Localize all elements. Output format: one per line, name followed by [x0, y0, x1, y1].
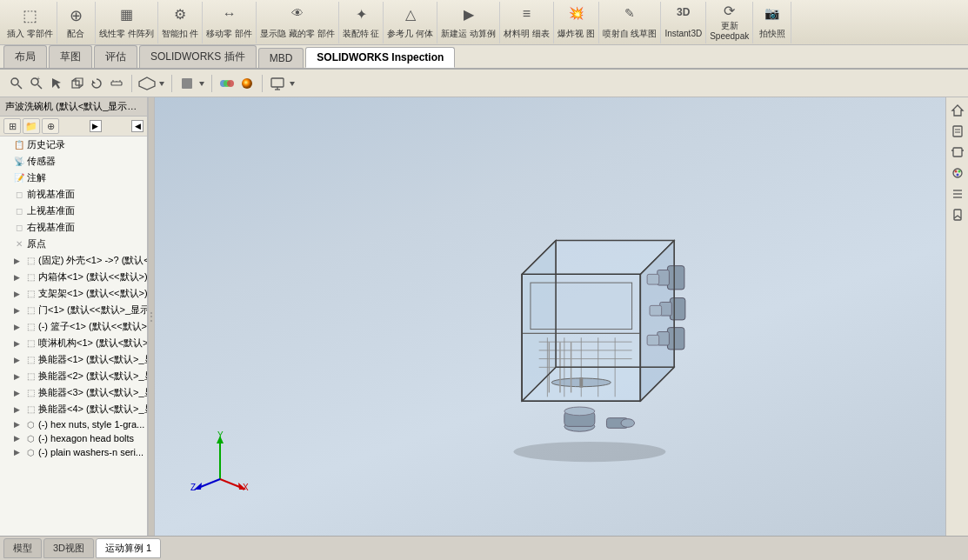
display-style-icon[interactable]	[177, 74, 197, 93]
settings-button[interactable]	[948, 143, 967, 162]
tree-item-basket[interactable]: ▶ ⬚ (-) 篮子<1> (默认<<默认>	[0, 318, 147, 335]
converter3-arrow: ▶	[14, 389, 23, 397]
cursor-icon[interactable]	[47, 74, 66, 93]
bottom-tab-model[interactable]: 模型	[3, 538, 42, 558]
zoom-search-icon[interactable]: +	[27, 74, 46, 93]
tree-item-front-plane[interactable]: ◻ 前视基准面	[0, 186, 147, 203]
spray-arrow: ▶	[14, 339, 23, 348]
tab-layout[interactable]: 布局	[3, 45, 47, 68]
bottom-tab-motion[interactable]: 运动算例 1	[96, 538, 161, 558]
list-button[interactable]	[948, 184, 967, 203]
scene-color-icon[interactable]	[217, 74, 237, 93]
smart-label: 智能扣 件	[162, 29, 199, 39]
target-button[interactable]: ⊕	[42, 118, 59, 134]
tree-item-spray[interactable]: ▶ ⬚ 喷淋机构<1> (默认<默认>	[0, 335, 147, 351]
separator-3	[211, 75, 212, 92]
converter2-icon: ⬚	[25, 371, 36, 382]
tree-item-hex-bolts[interactable]: ▶ ⬡ (-) hexagon head bolts	[0, 431, 147, 445]
tab-sw-inspection[interactable]: SOLIDWORKS Inspection	[305, 47, 455, 68]
display-style-group	[177, 74, 206, 93]
rotate-icon[interactable]	[87, 74, 106, 93]
tree-item-shell[interactable]: ▶ ⬚ (固定) 外壳<1> ->? (默认<默认>)	[0, 252, 147, 269]
door-icon: ⬚	[25, 305, 36, 316]
toolbar-smart[interactable]: ⚙ 智能扣 件	[158, 2, 204, 43]
toolbar-bom[interactable]: ≡ 材料明 细表	[500, 2, 554, 43]
tree-item-converter3[interactable]: ▶ ⬚ 换能器<3> (默认<默认>_显示状...	[0, 384, 147, 401]
3d-model	[451, 164, 729, 469]
toolbar-show-hidden[interactable]: 👁 显示隐 藏的零 部件	[257, 2, 339, 43]
filter-button[interactable]: 📁	[23, 118, 40, 134]
toolbar-motion[interactable]: ▶ 新建运 动算例	[437, 2, 500, 43]
tree-item-door[interactable]: ▶ ⬚ 门<1> (默认<<默认>_显示)	[0, 302, 147, 318]
display-style-dropdown[interactable]	[197, 74, 206, 93]
toolbar-instant3d[interactable]: 3D Instant3D	[661, 2, 706, 43]
tree-item-hex-nuts[interactable]: ▶ ⬡ (-) hex nuts, style 1-gra...	[0, 417, 147, 431]
converter4-arrow: ▶	[14, 405, 23, 414]
monitor-group	[268, 74, 297, 93]
linear-label: 线性零 件阵列	[99, 29, 154, 39]
toolbar-balloon[interactable]: ✎ 喷射自 线草图	[599, 2, 662, 43]
tree-item-converter2[interactable]: ▶ ⬚ 换能器<2> (默认<默认>_显示状...	[0, 368, 147, 384]
tree-item-converter1[interactable]: ▶ ⬚ 换能器<1> (默认<默认>_显示状...	[0, 351, 147, 368]
tree-item-inner-box[interactable]: ▶ ⬚ 内箱体<1> (默认<<默认>)	[0, 269, 147, 285]
viewport[interactable]: Y X Z	[155, 97, 945, 536]
snapshot-icon: 📷	[762, 6, 783, 27]
spray-icon: ⬚	[25, 338, 36, 349]
color-group	[217, 74, 257, 93]
tab-draft[interactable]: 草图	[49, 45, 92, 68]
svg-point-21	[242, 78, 252, 89]
monitor-dropdown[interactable]	[288, 74, 297, 93]
tree-item-converter4[interactable]: ▶ ⬚ 换能器<4> (默认<默认>_显示状...	[0, 401, 147, 417]
tree-item-bracket[interactable]: ▶ ⬚ 支架架<1> (默认<<默认>)	[0, 285, 147, 302]
svg-point-0	[11, 78, 18, 85]
converter2-arrow: ▶	[14, 372, 23, 381]
search-icon[interactable]	[7, 74, 26, 93]
balloon-label: 喷射自 线草图	[603, 29, 658, 39]
palette-button[interactable]	[948, 163, 967, 183]
view-orient-icon[interactable]	[137, 74, 157, 93]
file-button[interactable]	[948, 122, 967, 141]
toolbar-reference[interactable]: △ 参考几 何体	[384, 2, 437, 43]
right-plane-icon: ◻	[14, 223, 24, 233]
tree-item-washers[interactable]: ▶ ⬡ (-) plain washers-n seri...	[0, 445, 147, 459]
move-label: 移动零 部件	[206, 29, 252, 39]
tab-sw-plugins[interactable]: SOLIDWORKS 插件	[139, 45, 257, 68]
svg-rect-16	[182, 78, 192, 89]
separator-4	[262, 75, 263, 92]
toolbar-linear[interactable]: ▦ 线性零 件阵列	[96, 2, 158, 43]
toolbar-move[interactable]: ↔ 移动零 部件	[203, 2, 257, 43]
svg-point-91	[958, 170, 960, 173]
toolbar-assembly[interactable]: ✦ 装配特 征	[339, 2, 384, 43]
view-orient-dropdown[interactable]	[157, 74, 166, 93]
grid-view-button[interactable]: ⊞	[3, 118, 21, 134]
collapse-button[interactable]: ◀	[131, 120, 144, 132]
shell-arrow: ▶	[14, 257, 23, 265]
home-button[interactable]	[948, 101, 967, 120]
right-sidebar	[945, 97, 968, 536]
bookmark-button[interactable]	[948, 205, 967, 224]
svg-rect-49	[667, 266, 684, 290]
expand-button[interactable]: ▶	[90, 120, 102, 132]
tree-item-sensor[interactable]: 📡 传感器	[0, 153, 147, 170]
toolbar-insert[interactable]: ⬚ 插入 零部件	[3, 2, 57, 43]
toolbar-snapshot[interactable]: 📷 拍快照	[753, 2, 791, 43]
cube-view-icon[interactable]	[67, 74, 86, 93]
appearance-icon[interactable]	[237, 74, 257, 93]
svg-marker-82	[952, 105, 963, 116]
tab-mbd[interactable]: MBD	[258, 48, 304, 68]
toolbar-speedpak[interactable]: ⟳ 更新Speedpak	[706, 2, 753, 43]
panel-collapse-handle[interactable]	[148, 97, 155, 536]
toolbar-explode[interactable]: 💥 爆炸视 图	[554, 2, 599, 43]
tree-item-origin[interactable]: ✕ 原点	[0, 236, 147, 252]
tab-evaluate[interactable]: 评估	[94, 45, 137, 68]
svg-point-92	[956, 174, 958, 177]
bottom-tab-3d-view[interactable]: 3D视图	[43, 538, 94, 558]
tree-item-right-plane[interactable]: ◻ 右视基准面	[0, 219, 147, 236]
tree-item-history[interactable]: 📋 历史记录	[0, 137, 147, 153]
measure-icon[interactable]	[107, 74, 126, 93]
tree-item-annotation[interactable]: 📝 注解	[0, 170, 147, 186]
toolbar-match[interactable]: ⊕ 配合	[57, 2, 96, 43]
tree-item-top-plane[interactable]: ◻ 上视基准面	[0, 203, 147, 219]
monitor-icon[interactable]	[268, 74, 287, 93]
smart-icon: ⚙	[170, 6, 190, 27]
